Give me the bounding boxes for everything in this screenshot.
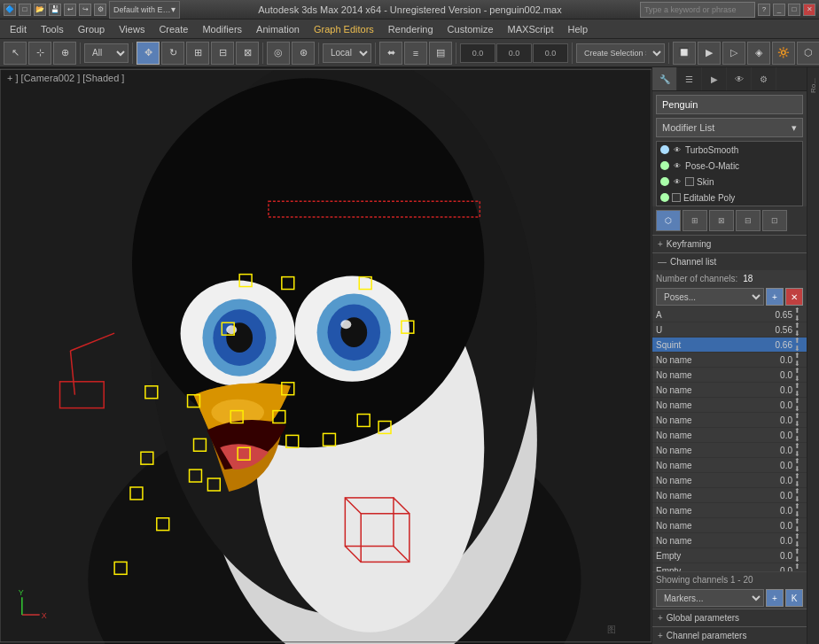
profile-dropdown[interactable]: Default with Enhance...▾ <box>109 1 180 19</box>
align-tool[interactable]: ≡ <box>404 42 427 65</box>
channel-spinner-15[interactable]: ⬆⬇ <box>794 532 803 548</box>
modifier-pose-o-matic[interactable]: 👁 Pose-O-Matic <box>657 158 802 174</box>
mod-eye-turbosmooth[interactable]: 👁 <box>672 145 682 154</box>
channel-toggle[interactable]: — <box>658 257 667 267</box>
mod-eye-skin[interactable]: 👁 <box>672 177 682 186</box>
keyframing-header[interactable]: + Keyframing <box>652 235 807 252</box>
channel-row-12[interactable]: No name 0.0 ⬆⬇ <box>652 488 807 503</box>
channel-row-0[interactable]: A 0.65 ⬆⬇ <box>652 307 807 322</box>
channel-spinner-11[interactable]: ⬆⬇ <box>794 472 803 488</box>
channel-list-header[interactable]: — Channel list <box>652 252 807 270</box>
channel-spinner-8[interactable]: ⬆⬇ <box>794 427 803 443</box>
scale-uniform[interactable]: ⊞ <box>186 42 209 65</box>
menu-graph-editors[interactable]: Graph Editors <box>308 22 380 36</box>
render-setup[interactable]: 🔲 <box>673 42 696 65</box>
mirror-tool[interactable]: ⬌ <box>379 42 402 65</box>
modifier-list-dropdown[interactable]: Modifier List ▾ <box>656 118 803 137</box>
x-field[interactable]: 0.0 <box>460 43 495 63</box>
minimize-btn[interactable]: _ <box>773 4 785 16</box>
create-selection-dropdown[interactable]: Create Selection S... <box>576 43 665 63</box>
save-btn[interactable]: 💾 <box>49 4 61 16</box>
channel-spinner-9[interactable]: ⬆⬇ <box>794 442 803 458</box>
markers-key-btn[interactable]: K <box>785 589 803 607</box>
select-obj[interactable]: ⊕ <box>53 42 76 65</box>
channel-spinner-6[interactable]: ⬆⬇ <box>794 397 803 413</box>
menu-views[interactable]: Views <box>113 22 151 36</box>
poses-remove-btn[interactable]: ✕ <box>785 288 803 306</box>
channel-row-16[interactable]: Empty 0.0 ⬆⬇ <box>652 548 807 563</box>
options-btn[interactable]: ⚙ <box>94 4 106 16</box>
use-pivot[interactable]: ◎ <box>267 42 290 65</box>
channel-row-14[interactable]: No name 0.0 ⬆⬇ <box>652 518 807 533</box>
channel-params-toggle[interactable]: + <box>658 631 663 640</box>
global-toggle[interactable]: + <box>658 613 663 623</box>
panel-tab-utilities[interactable]: ⚙ <box>752 67 776 90</box>
menu-rendering[interactable]: Rendering <box>382 22 440 36</box>
undo-btn[interactable]: ↩ <box>64 4 76 16</box>
menu-edit[interactable]: Edit <box>4 22 33 36</box>
scale-squash[interactable]: ⊠ <box>236 42 259 65</box>
channel-spinner-7[interactable]: ⬆⬇ <box>794 412 803 428</box>
menu-customize[interactable]: Customize <box>441 22 500 36</box>
channel-row-8[interactable]: No name 0.0 ⬆⬇ <box>652 428 807 443</box>
channel-spinner-3[interactable]: ⬆⬇ <box>794 352 803 368</box>
poses-add-btn[interactable]: + <box>766 288 784 306</box>
render-env[interactable]: 🔆 <box>772 42 795 65</box>
channel-row-6[interactable]: No name 0.0 ⬆⬇ <box>652 398 807 413</box>
help-btn[interactable]: ? <box>758 4 770 16</box>
select-filter-dropdown[interactable]: All <box>84 43 129 63</box>
maximize-btn[interactable]: □ <box>788 4 800 16</box>
z-field[interactable]: 0.0 <box>533 43 568 63</box>
channel-row-1[interactable]: U 0.56 ⬆⬇ <box>652 322 807 338</box>
poses-dropdown[interactable]: Poses... <box>656 288 764 306</box>
modifier-turbosmooth[interactable]: 👁 TurboSmooth <box>657 142 802 158</box>
use-selection[interactable]: ⊛ <box>292 42 315 65</box>
global-params-header[interactable]: + Global parameters <box>652 609 807 626</box>
mod-check-skin[interactable] <box>685 177 694 186</box>
channel-row-13[interactable]: No name 0.0 ⬆⬇ <box>652 503 807 518</box>
quick-render[interactable]: ▷ <box>722 42 745 65</box>
active-shade[interactable]: ◈ <box>747 42 770 65</box>
render-frame[interactable]: ▶ <box>698 42 721 65</box>
menu-help[interactable]: Help <box>562 22 595 36</box>
keyframing-toggle[interactable]: + <box>658 239 663 249</box>
mod-check-epoly[interactable] <box>672 193 681 202</box>
channel-row-11[interactable]: No name 0.0 ⬆⬇ <box>652 473 807 488</box>
markers-dropdown[interactable]: Markers... <box>656 589 764 607</box>
subtab-edge[interactable]: ⊞ <box>682 210 707 231</box>
panel-tab-hierarchy[interactable]: ☰ <box>677 67 702 90</box>
channel-row-2[interactable]: Squint 0.66 ⬆⬇ <box>652 338 807 353</box>
new-btn[interactable]: □ <box>19 4 31 16</box>
search-bar[interactable]: Type a keyword or phrase <box>640 2 755 18</box>
y-field[interactable]: 0.0 <box>496 43 532 63</box>
channel-spinner-0[interactable]: ⬆⬇ <box>794 307 803 322</box>
layer-mgr[interactable]: ▤ <box>429 42 452 65</box>
channel-spinner-4[interactable]: ⬆⬇ <box>794 367 803 383</box>
panel-tab-modify[interactable]: 🔧 <box>652 67 677 90</box>
channel-spinner-5[interactable]: ⬆⬇ <box>794 382 803 398</box>
panel-tab-motion[interactable]: ▶ <box>702 67 727 90</box>
channel-params-header[interactable]: + Channel parameters <box>652 626 807 644</box>
material-editor[interactable]: ⬡ <box>797 42 819 65</box>
scale-nonuniform[interactable]: ⊟ <box>211 42 234 65</box>
reference-coord-dropdown[interactable]: Local <box>323 43 371 63</box>
channel-spinner-17[interactable]: ⬆⬇ <box>794 563 803 571</box>
subtab-poly[interactable]: ⊟ <box>736 210 760 231</box>
channel-spinner-13[interactable]: ⬆⬇ <box>794 502 803 518</box>
channel-spinner-14[interactable]: ⬆⬇ <box>794 517 803 533</box>
channel-spinner-16[interactable]: ⬆⬇ <box>794 547 803 563</box>
menu-maxscript[interactable]: MAXScript <box>502 22 560 36</box>
select-region[interactable]: ⊹ <box>28 42 51 65</box>
channel-row-4[interactable]: No name 0.0 ⬆⬇ <box>652 368 807 383</box>
channel-row-10[interactable]: No name 0.0 ⬆⬇ <box>652 458 807 473</box>
viewport[interactable]: + ] [Camera002 ] [Shaded ] <box>0 67 651 644</box>
channel-row-7[interactable]: No name 0.0 ⬆⬇ <box>652 413 807 428</box>
channel-spinner-10[interactable]: ⬆⬇ <box>794 457 803 473</box>
menu-animation[interactable]: Animation <box>250 22 306 36</box>
object-name-field[interactable]: Penguin <box>656 95 803 114</box>
menu-modifiers[interactable]: Modifiers <box>196 22 248 36</box>
channel-spinner-2[interactable]: ⬆⬇ <box>794 337 803 353</box>
move-tool[interactable]: ✥ <box>136 42 160 65</box>
menu-group[interactable]: Group <box>72 22 112 36</box>
channel-row-17[interactable]: Empty 0.0 ⬆⬇ <box>652 563 807 571</box>
